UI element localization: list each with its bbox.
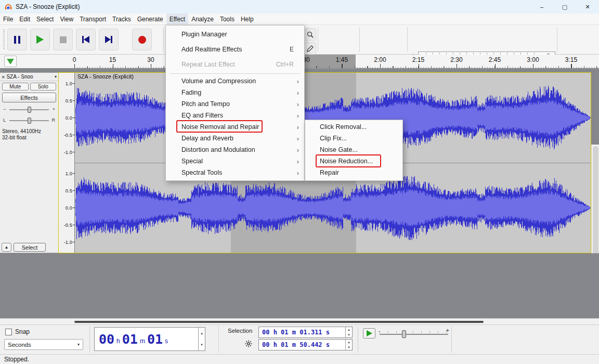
horizontal-scrollbar[interactable]	[0, 318, 599, 324]
menu-item-plugin-manager[interactable]: Plugin Manager	[166, 27, 304, 42]
selection-settings-button[interactable]	[244, 340, 253, 350]
timeline-pin-button[interactable]	[4, 56, 17, 67]
spinner-up-icon[interactable]: ▴	[199, 328, 205, 339]
position-spinner[interactable]: ▴ ▾	[198, 328, 205, 350]
menu-item-volume-and-compression[interactable]: Volume and Compression›	[166, 75, 304, 87]
status-bar: Stopped.	[0, 354, 599, 364]
menubar: File Edit Select View Transport Tracks G…	[0, 14, 599, 25]
timeline-label: 3:15	[565, 56, 577, 63]
spinner-down-icon[interactable]: ▾	[346, 345, 352, 350]
maximize-button[interactable]: ▢	[553, 0, 576, 14]
speed-slider-thumb[interactable]	[402, 330, 406, 338]
collapse-track-button[interactable]: ▲	[2, 243, 11, 252]
toolbar-separator	[359, 27, 360, 52]
play-button[interactable]	[30, 29, 50, 50]
ruler-label: -0.5	[64, 222, 72, 228]
pan-slider-thumb[interactable]	[28, 118, 31, 124]
gain-slider[interactable]: − +	[3, 106, 55, 113]
menu-effect[interactable]: Effect	[166, 14, 188, 24]
stop-button[interactable]	[53, 29, 73, 50]
track-name[interactable]: SZA - Snoo	[6, 74, 55, 80]
menu-item-label: Clip Fix...	[320, 135, 347, 142]
playback-speed-slider[interactable]: - +	[379, 327, 449, 340]
transport-toolbar	[7, 29, 152, 50]
bottom-toolbar: Snap Seconds ▾ 00 h 01 m 01 s ▴ ▾ Select…	[0, 324, 599, 354]
menu-item-click-removal[interactable]: Click Removal...	[305, 121, 402, 133]
mute-button[interactable]: Mute	[2, 83, 29, 90]
menu-tools[interactable]: Tools	[217, 14, 238, 24]
vertical-ruler[interactable]: 1.0 0.5 0.0 -0.5 -1.0 1.0 0.5 0.0 -0.5	[59, 73, 75, 253]
record-button[interactable]	[132, 29, 152, 50]
menu-analyze[interactable]: Analyze	[188, 14, 217, 24]
skip-to-start-button[interactable]	[76, 29, 96, 50]
clip-title: SZA - Snooze (Explicit)	[77, 73, 134, 80]
menu-item-eq-and-filters[interactable]: EQ and Filters›	[166, 110, 304, 121]
spinner-down-icon[interactable]: ▾	[346, 332, 352, 337]
selection-end-field[interactable]: 00 h 01 m 50.442 s ▴ ▾	[258, 339, 353, 350]
track-select-button[interactable]: Select	[14, 243, 46, 252]
submenu-chevron-icon: ›	[293, 89, 299, 97]
menu-item-add-realtime-effects[interactable]: Add Realtime EffectsE	[166, 42, 304, 57]
menu-item-pitch-and-tempo[interactable]: Pitch and Tempo›	[166, 98, 304, 110]
track-control-panel[interactable]: × SZA - Snoo ▾ Mute Solo Effects − + L R	[0, 72, 58, 253]
play-at-speed-button[interactable]	[363, 328, 375, 339]
audio-position-display[interactable]: 00 h 01 m 01 s ▴ ▾	[94, 327, 205, 351]
annotation-box-noise-removal-and-repair	[176, 120, 263, 133]
spinner-up-icon[interactable]: ▴	[346, 327, 352, 332]
play-at-speed-icon	[367, 330, 372, 336]
selection-start-value: 00 h 01 m 01.311 s	[262, 329, 330, 336]
close-icon: ✕	[585, 4, 590, 10]
menu-item-fading[interactable]: Fading›	[166, 87, 304, 98]
menu-item-noise-gate[interactable]: Noise Gate...	[305, 144, 402, 155]
menu-tracks[interactable]: Tracks	[109, 14, 134, 24]
spinner-up-icon[interactable]: ▴	[346, 340, 352, 345]
solo-button[interactable]: Solo	[30, 83, 57, 90]
pan-slider[interactable]: L R	[3, 117, 55, 124]
selection-end-spinner[interactable]: ▴ ▾	[345, 340, 352, 350]
draw-tool-button[interactable]	[304, 42, 316, 55]
menu-item-repair[interactable]: Repair	[305, 167, 402, 178]
selection-start-field[interactable]: 00 h 01 m 01.311 s ▴ ▾	[258, 327, 353, 338]
menu-generate[interactable]: Generate	[134, 14, 166, 24]
menu-item-repeat-last-effect[interactable]: Repeat Last EffectCtrl+R	[166, 57, 304, 72]
submenu-chevron-icon: ›	[293, 100, 299, 108]
effects-button[interactable]: Effects	[2, 93, 56, 102]
menu-view[interactable]: View	[57, 14, 76, 24]
ruler-label: 0.0	[66, 205, 72, 211]
bottom-toolbar-separator	[451, 327, 452, 353]
menu-item-special[interactable]: Special›	[166, 155, 304, 167]
menu-transport[interactable]: Transport	[76, 14, 109, 24]
skip-to-end-button[interactable]	[99, 29, 119, 50]
bottom-toolbar-separator	[358, 327, 358, 353]
menu-item-delay-and-reverb[interactable]: Delay and Reverb›	[166, 133, 304, 144]
menu-item-label: Plugin Manager	[181, 31, 227, 38]
track-header: × SZA - Snoo ▾	[0, 73, 58, 81]
gain-max-label: +	[53, 107, 55, 112]
selection-start-spinner[interactable]: ▴ ▾	[345, 327, 352, 337]
pause-button[interactable]	[7, 29, 27, 50]
snap-label: Snap	[15, 328, 30, 335]
menu-item-spectral-tools[interactable]: Spectral Tools›	[166, 167, 304, 178]
minimize-button[interactable]: –	[530, 0, 553, 14]
menu-edit[interactable]: Edit	[16, 14, 33, 24]
snap-checkbox[interactable]	[5, 329, 12, 335]
menu-file[interactable]: File	[0, 14, 16, 24]
snap-mode-dropdown[interactable]: Seconds ▾	[4, 339, 83, 350]
spinner-down-icon[interactable]: ▾	[199, 339, 205, 350]
menu-item-label: Fading	[181, 89, 201, 96]
menu-help[interactable]: Help	[238, 14, 257, 24]
zoom-tool-button[interactable]	[304, 28, 316, 41]
status-text: Stopped.	[4, 356, 29, 363]
menu-item-distortion-and-modulation[interactable]: Distortion and Modulation›	[166, 144, 304, 155]
close-button[interactable]: ✕	[576, 0, 599, 14]
menu-item-clip-fix[interactable]: Clip Fix...	[305, 133, 402, 144]
toolbar-separator	[163, 27, 164, 52]
mute-solo-row: Mute Solo	[0, 81, 58, 90]
track-menu-chevron-icon[interactable]: ▾	[55, 74, 57, 79]
horizontal-scrollbar-thumb[interactable]	[74, 321, 484, 323]
track-close-icon[interactable]: ×	[2, 74, 5, 80]
gain-slider-thumb[interactable]	[28, 107, 31, 113]
pan-left-label: L	[3, 118, 6, 123]
menu-select[interactable]: Select	[33, 14, 57, 24]
transport-toolbar-grip[interactable]	[3, 29, 5, 50]
